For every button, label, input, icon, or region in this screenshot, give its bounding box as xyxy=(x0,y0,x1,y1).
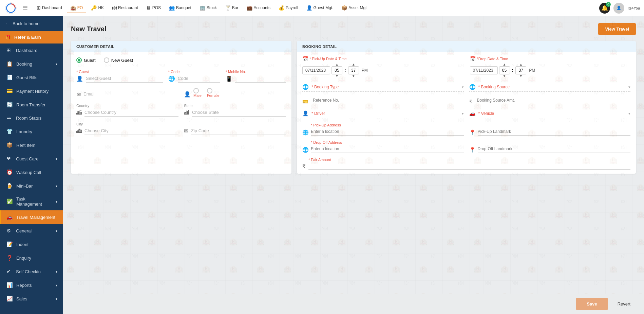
sidebar-item-reports[interactable]: 📊 Reports ▾ xyxy=(0,278,63,292)
guest-radio-label[interactable]: Guest xyxy=(76,57,96,63)
nav-hk[interactable]: 🔑HK xyxy=(88,3,107,13)
city-icon: 🏙 xyxy=(76,128,82,134)
user-avatar[interactable]: 👤 xyxy=(613,3,624,14)
pickup-cal-icon: 📅 xyxy=(302,56,308,62)
booking-detail-card: BOOKING DETAIL 📅 * Pick-Up Date & Time xyxy=(297,41,636,174)
hamburger-icon[interactable]: ☰ xyxy=(22,4,28,12)
female-radio[interactable] xyxy=(207,88,212,93)
driver-dropdown[interactable]: 👤 * Driver ▾ xyxy=(302,109,464,118)
dropoff-min-up[interactable]: ▲ xyxy=(519,63,523,66)
save-button[interactable]: Save xyxy=(576,298,608,310)
guest-select-input[interactable] xyxy=(86,74,163,83)
booking-type-globe-icon: 🌐 xyxy=(302,84,309,90)
dropoff-hour-down[interactable]: ▼ xyxy=(503,74,506,78)
nav-payroll[interactable]: 💰Payroll xyxy=(275,3,302,13)
male-radio[interactable] xyxy=(193,88,199,93)
state-field: State 🏙 xyxy=(184,104,286,117)
notification-button[interactable]: 🔔 0 xyxy=(599,3,610,14)
nav-guest-mgt[interactable]: 👤Guest Mgt. xyxy=(303,3,337,13)
sidebar-item-task-management[interactable]: ✅ Task Management ▾ xyxy=(0,193,63,210)
booking-source-dropdown[interactable]: 🌐 * Booking Source ▾ xyxy=(469,83,631,92)
view-travel-button[interactable]: View Travel xyxy=(598,23,636,35)
dropoff-datetime-field: 📅 *Drop Date & Time 07/11/2023 ▲ 05 ▼ xyxy=(470,56,631,78)
dropoff-hour-up[interactable]: ▲ xyxy=(503,63,506,66)
nav-stock[interactable]: 🏢Stock xyxy=(196,3,220,13)
dropoff-address-input[interactable] xyxy=(311,145,464,153)
mobile-input[interactable] xyxy=(235,74,286,83)
male-radio-label[interactable]: Male xyxy=(193,88,202,98)
reference-no-input[interactable] xyxy=(313,97,464,104)
dropoff-date-input[interactable]: 07/11/2023 xyxy=(470,66,498,74)
pickup-min-down[interactable]: ▼ xyxy=(352,74,355,78)
state-input[interactable] xyxy=(192,108,286,117)
revert-button[interactable]: Revert xyxy=(612,298,636,310)
zip-input[interactable] xyxy=(191,127,286,135)
sidebar-item-rent-item[interactable]: 📦 Rent Item xyxy=(0,138,63,152)
pickup-datetime-field: 📅 * Pick-Up Date & Time 07/11/2023 ▲ 05 … xyxy=(302,56,463,78)
top-right: 🔔 0 👤 Its4You xyxy=(599,3,640,14)
nav-asset-mgt[interactable]: 📦Asset Mgt xyxy=(338,3,370,13)
nav-accounts[interactable]: 💼Accounts xyxy=(243,3,274,13)
sidebar-item-mini-bar[interactable]: 🍺 Mini-Bar ▾ xyxy=(0,179,63,193)
dropoff-min-spinner: ▲ 37 ▼ xyxy=(515,63,526,78)
code-input[interactable] xyxy=(178,74,220,83)
sidebar-item-payment-history[interactable]: 💳 Payment History xyxy=(0,84,63,98)
code-field: * Code 🌐 xyxy=(168,70,220,83)
gender-group: Male Female xyxy=(193,88,220,98)
sidebar-item-laundry[interactable]: 👕 Laundry xyxy=(0,125,63,138)
sidebar-item-indent[interactable]: 📝 Indent xyxy=(0,238,63,251)
sidebar-item-enquiry[interactable]: ❓ Enquiry xyxy=(0,251,63,265)
city-label: City xyxy=(76,122,178,126)
dropoff-address-row: 🌐 * Drop-Off Address 📍 xyxy=(302,140,630,153)
pickup-date-input[interactable]: 07/11/2023 xyxy=(302,66,330,74)
sidebar-item-guest-bills[interactable]: 🧾 Guest Bills xyxy=(0,71,63,84)
female-radio-label[interactable]: Female xyxy=(207,88,220,98)
booking-source-amt-input[interactable] xyxy=(477,97,631,104)
dropoff-min-down[interactable]: ▼ xyxy=(519,74,523,78)
sidebar-item-general[interactable]: ⚙ General ▾ xyxy=(0,224,63,238)
dropoff-landmark-input[interactable] xyxy=(478,145,631,153)
nav-restaurant[interactable]: 🍽Restaurant xyxy=(109,3,141,13)
code-label: * Code xyxy=(168,70,220,74)
fair-amount-row: ₹ * Fair Amount xyxy=(302,158,630,170)
nav-bar[interactable]: 🍸Bar xyxy=(222,3,242,13)
nav-pos[interactable]: 🖥POS xyxy=(143,3,164,13)
email-input[interactable] xyxy=(83,90,178,98)
sidebar-item-room-transfer[interactable]: 🔄 Room Transfer xyxy=(0,98,63,111)
country-input[interactable] xyxy=(84,108,178,117)
pickup-address-input[interactable] xyxy=(311,128,464,136)
sidebar-item-booking[interactable]: 📋 Booking ▾ xyxy=(0,57,63,71)
new-guest-radio[interactable] xyxy=(104,57,109,63)
nav-dashboard[interactable]: ⊞Dashboard xyxy=(33,3,65,13)
sidebar-item-dashboard[interactable]: ⊞ Dashboard xyxy=(0,43,63,57)
sidebar-item-travel-management[interactable]: 🚗 Travel Management xyxy=(0,210,63,224)
new-guest-radio-label[interactable]: New Guest xyxy=(104,57,133,63)
sidebar-item-guest-care[interactable]: ❤ Guest Care ▾ xyxy=(0,152,63,165)
nav-banquet[interactable]: 👥Banquet xyxy=(166,3,195,13)
pickup-landmark-field: 📍 xyxy=(469,128,631,136)
dropoff-colon: : xyxy=(511,68,514,73)
pickup-hour-down[interactable]: ▼ xyxy=(335,74,339,78)
nav-items: ⊞Dashboard 🏨FO 🔑HK 🍽Restaurant 🖥POS 👥Ban… xyxy=(33,3,599,13)
sidebar-item-sales[interactable]: 📈 Sales ▾ xyxy=(0,292,63,306)
refer-earn-item[interactable]: 🎁 Refer & Earn xyxy=(0,31,63,43)
pickup-address-field: 🌐 * Pick-Up Address xyxy=(302,123,464,136)
pickup-landmark-input[interactable] xyxy=(478,128,631,136)
city-input[interactable] xyxy=(84,127,178,135)
vehicle-field: 🚗 * Vehicle ▾ xyxy=(469,109,631,118)
back-to-home[interactable]: ← Back to home xyxy=(0,16,63,31)
booking-type-dropdown[interactable]: 🌐 * Booking Type ▾ xyxy=(302,83,464,92)
guest-radio[interactable] xyxy=(76,57,82,63)
vehicle-dropdown[interactable]: 🚗 * Vehicle ▾ xyxy=(469,109,631,118)
dropoff-datetime-controls: 07/11/2023 ▲ 05 ▼ : ▲ 37 xyxy=(470,63,631,78)
sidebar-item-room-status[interactable]: 🛏 Room Status xyxy=(0,111,63,125)
sidebar-item-self-checkin[interactable]: ✔ Self Checkin ▾ xyxy=(0,265,63,278)
pickup-hour-spinner: ▲ 05 ▼ xyxy=(332,63,342,78)
fair-amount-input[interactable] xyxy=(308,162,630,170)
pickup-min-up[interactable]: ▲ xyxy=(352,63,355,66)
nav-fo[interactable]: 🏨FO xyxy=(67,3,87,13)
booking-source-globe-icon: 🌐 xyxy=(469,84,476,90)
sidebar-item-wakeup-call[interactable]: ⏰ Wakeup Call xyxy=(0,165,63,179)
pickup-hour-up[interactable]: ▲ xyxy=(335,63,339,66)
dropoff-hour-spinner: ▲ 05 ▼ xyxy=(499,63,510,78)
